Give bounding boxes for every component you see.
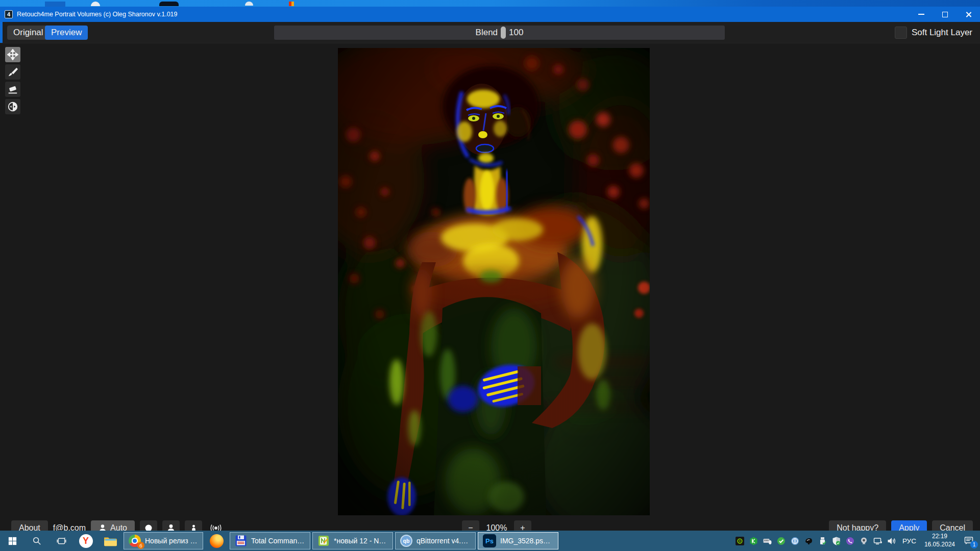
- person-bust-icon: [167, 524, 175, 531]
- taskbar-button-label: IMG_3528.psd @ 12...: [500, 537, 553, 545]
- blend-label: Blend: [476, 28, 498, 38]
- original-button[interactable]: Original: [7, 26, 50, 40]
- file-explorer-icon: [104, 535, 117, 547]
- file-explorer-button[interactable]: [98, 531, 122, 551]
- move-icon: [7, 49, 18, 60]
- soft-light-label: Soft Light Layer: [912, 28, 972, 38]
- volumes-preview-image: [338, 48, 650, 515]
- task-view-icon: [57, 536, 66, 546]
- nvidia-tray-icon[interactable]: [736, 536, 745, 545]
- account-email[interactable]: f@b.com: [53, 520, 86, 531]
- person-icon: [99, 524, 107, 531]
- usb-device-tray-icon[interactable]: [818, 536, 827, 545]
- search-button[interactable]: [24, 531, 49, 551]
- eraser-icon: [7, 84, 18, 95]
- sync-check-tray-icon[interactable]: [777, 536, 786, 545]
- maximize-icon: [942, 12, 948, 17]
- background-window-edge: [0, 0, 980, 7]
- body-mask-button[interactable]: [185, 520, 202, 531]
- language-indicator[interactable]: РУС: [902, 537, 916, 545]
- maximize-button[interactable]: [933, 7, 957, 22]
- brush-tool-button[interactable]: [5, 64, 20, 80]
- kaspersky-tray-icon[interactable]: [749, 536, 758, 545]
- taskbar-button-label: qBittorrent v4.6.3: [416, 537, 471, 545]
- task-view-button[interactable]: [49, 531, 74, 551]
- detection-signal-button[interactable]: [207, 520, 225, 531]
- taskbar-button-total-commander[interactable]: Total Commander (...: [230, 532, 310, 549]
- close-button[interactable]: [957, 7, 980, 22]
- yandex-browser-button[interactable]: Y: [74, 531, 98, 551]
- chrome-icon: б: [129, 535, 141, 547]
- taskbar-clock[interactable]: 22:19 16.05.2024: [924, 533, 955, 548]
- compare-tool-button[interactable]: [5, 99, 20, 114]
- taskbar-button-notepad[interactable]: *новый 12 - Notep...: [312, 532, 393, 549]
- system-tray: РУС 22:19 16.05.2024 1: [736, 533, 980, 548]
- blend-slider-handle[interactable]: [501, 27, 506, 39]
- signal-icon: [209, 524, 223, 531]
- auto-label: Auto: [110, 523, 127, 531]
- viber-tray-icon[interactable]: [846, 536, 855, 545]
- yandex-icon: Y: [79, 534, 93, 548]
- small-person-icon: [190, 524, 198, 531]
- background-dome-icon: [91, 2, 100, 6]
- app-icon: 4: [5, 10, 13, 18]
- zoom-level: 100%: [484, 520, 509, 531]
- taskbar-button-photoshop[interactable]: Ps IMG_3528.psd @ 12...: [478, 532, 558, 549]
- input-device-tray-icon[interactable]: [763, 536, 772, 545]
- blend-value: 100: [509, 28, 523, 38]
- bust-mask-button[interactable]: [162, 520, 180, 531]
- face-mask-button[interactable]: [140, 520, 157, 531]
- blend-slider[interactable]: Blend 100: [274, 26, 725, 40]
- chrome-profile-badge: б: [137, 542, 144, 549]
- firefox-icon: [210, 534, 224, 548]
- taskbar-button-label: *новый 12 - Notep...: [334, 537, 388, 545]
- clock-time: 22:19: [924, 533, 955, 541]
- background-dark-tab: [159, 2, 179, 6]
- taskbar-button-label: Total Commander (...: [251, 537, 305, 545]
- auto-mode-button[interactable]: Auto: [91, 520, 135, 531]
- preview-button[interactable]: Preview: [45, 26, 88, 40]
- taskbar-button-chrome[interactable]: б Новый релиз - Go...: [124, 532, 203, 549]
- not-happy-button[interactable]: Not happy?: [829, 520, 886, 531]
- volume-tray-icon[interactable]: [887, 536, 896, 545]
- search-icon: [32, 536, 41, 545]
- network-tray-icon[interactable]: [873, 536, 883, 545]
- zoom-out-button[interactable]: −: [462, 520, 479, 531]
- split-view-icon: [7, 101, 18, 112]
- qbittorrent-icon: qb: [400, 535, 412, 547]
- taskbar-button-label: Новый релиз - Go...: [145, 537, 198, 545]
- taskbar-button-qbittorrent[interactable]: qb qBittorrent v4.6.3: [395, 532, 476, 549]
- qbittorrent-tray-icon[interactable]: [791, 536, 800, 545]
- satellite-tray-icon[interactable]: [804, 536, 814, 545]
- brush-icon: [7, 66, 18, 78]
- preview-canvas[interactable]: [338, 48, 650, 515]
- about-button[interactable]: About: [11, 520, 48, 531]
- taskbar: Y б Новый релиз - Go... Total Commander …: [0, 531, 980, 551]
- soft-light-checkbox[interactable]: [895, 27, 907, 39]
- notepad-plus-plus-icon: [317, 535, 330, 547]
- face-icon: [144, 524, 153, 531]
- action-center-button[interactable]: 1: [962, 533, 977, 548]
- start-button[interactable]: [0, 531, 24, 551]
- minimize-button[interactable]: [910, 7, 933, 22]
- move-tool-button[interactable]: [5, 47, 20, 62]
- bottom-bar: About f@b.com Auto −: [0, 519, 980, 531]
- zoom-in-button[interactable]: +: [514, 520, 531, 531]
- defender-tray-icon[interactable]: [832, 536, 841, 545]
- windows-logo-icon: [8, 537, 17, 545]
- apply-button[interactable]: Apply: [891, 520, 927, 531]
- background-tab: [45, 2, 65, 7]
- cancel-button[interactable]: Cancel: [932, 520, 973, 531]
- window-title: Retouch4me Portrait Volumes (c) Oleg Sha…: [17, 11, 178, 18]
- clock-date: 16.05.2024: [924, 541, 955, 549]
- total-commander-icon: [235, 535, 247, 547]
- soft-light-layer-option[interactable]: Soft Light Layer: [895, 26, 972, 40]
- webcam-tray-icon[interactable]: [860, 536, 869, 545]
- close-icon: [965, 11, 972, 18]
- background-dome-icon2: [245, 2, 253, 6]
- titlebar[interactable]: 4 Retouch4me Portrait Volumes (c) Oleg S…: [0, 7, 980, 22]
- firefox-button[interactable]: [204, 531, 229, 551]
- app-window: Original Preview Blend 100 Soft Light La…: [0, 22, 980, 531]
- eraser-tool-button[interactable]: [5, 82, 20, 97]
- notification-badge: 1: [970, 541, 978, 548]
